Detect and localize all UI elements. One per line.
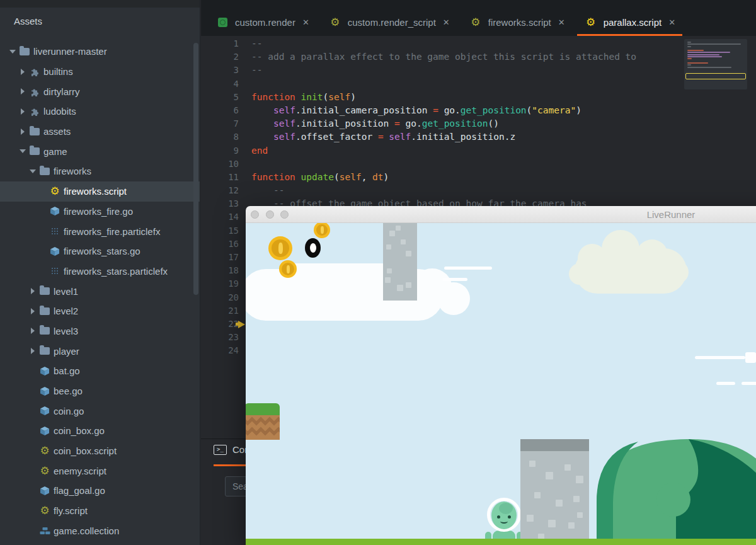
line-number: 8 [201,130,239,144]
gameobject-icon [38,386,52,396]
code-line[interactable]: 3 -- [201,64,756,77]
tree-item-ludobits[interactable]: ludobits [0,101,200,122]
tree-item-label: bee.go [54,386,83,396]
tree-item-level3[interactable]: level3 [0,321,200,341]
tree-item-level1[interactable]: level1 [0,281,200,301]
tree-item-coin-box-script[interactable]: ⚙ coin_box.script [0,441,200,461]
tree-item-label: ludobits [43,106,76,117]
player-character [481,494,525,545]
building [520,439,589,545]
line-number: 20 [201,291,239,304]
tree-item-label: fireworks.script [64,186,127,197]
gameobject-icon [48,246,62,256]
disclosure-arrow-icon[interactable] [28,328,38,334]
disclosure-arrow-icon[interactable] [28,288,38,294]
tab-close-icon[interactable]: ✕ [302,18,309,27]
tab-fireworks-script[interactable]: ⚙ fireworks.script ✕ [459,9,575,36]
tree-item-level2[interactable]: level2 [0,301,200,321]
line-number: 4 [201,77,239,91]
tab-close-icon[interactable]: ✕ [443,18,450,27]
code-line[interactable]: 5 function init(self) [201,91,756,104]
tree-item-label: player [54,346,79,357]
disclosure-arrow-icon[interactable] [18,88,28,95]
tab-close-icon[interactable]: ✕ [668,18,675,27]
code-line[interactable]: 12 -- [201,184,756,197]
disclosure-arrow-icon[interactable] [8,50,18,54]
code-line[interactable]: 2 -- add a parallax effect to the game o… [201,50,756,64]
tree-item-label: coin.go [54,406,84,416]
tree-item-coin-go[interactable]: coin.go [0,401,200,421]
tree-item-enemy-script[interactable]: ⚙ enemy.script [0,461,200,481]
tab-parallax-script[interactable]: ⚙ parallax.script ✕ [575,9,685,36]
sidebar-scrollbar[interactable] [193,43,198,295]
code-line[interactable]: 1 -- [201,37,756,50]
line-number: 10 [201,158,239,171]
line-content: self.initial_camera_position = go.get_po… [239,104,581,117]
script-icon-selected: ⚙ [48,186,62,197]
tree-item-fireworks-fire-particlefx[interactable]: fireworks_fire.particlefx [0,221,200,241]
line-number: 13 [201,197,239,210]
code-line[interactable]: 11 function update(self, dt) [201,171,756,184]
tree-item-builtins[interactable]: builtins [0,62,200,82]
tab-custom-render[interactable]: custom.render ✕ [206,9,319,36]
folder-icon [38,168,52,175]
line-number: 5 [201,91,239,104]
tree-item-fireworks-fire-go[interactable]: fireworks_fire.go [0,202,200,222]
tree-item-dirtylarry[interactable]: dirtylarry [0,81,200,101]
line-number: 6 [201,104,239,117]
tree-item-bee-go[interactable]: bee.go [0,381,200,401]
code-line[interactable]: 6 self.initial_camera_position = go.get_… [201,104,756,117]
folder-icon [38,307,52,315]
line-number: 16 [201,238,239,251]
tab-close-icon[interactable]: ✕ [558,18,565,27]
folder-icon [18,48,32,55]
tree-item-label: bat.go [54,365,80,376]
tree-item-bat-go[interactable]: bat.go [0,361,200,381]
game-canvas[interactable] [246,223,756,545]
tree-item-game-collection[interactable]: game.collection [0,521,200,541]
line-content: -- [239,37,262,50]
code-line[interactable]: 9 end [201,144,756,158]
tree-item-fireworks-stars-go[interactable]: fireworks_stars.go [0,241,200,261]
building [383,223,417,301]
gameobject-icon [38,406,52,416]
tree-item-coin-box-go[interactable]: coin_box.go [0,421,200,441]
particlefx-icon [48,227,62,236]
disclosure-arrow-icon[interactable] [18,108,28,115]
tree-item-fireworks[interactable]: fireworks [0,161,200,181]
tree-item-flag-goal-go[interactable]: flag_goal.go [0,481,200,501]
gameobject-icon [38,366,52,376]
disclosure-arrow-icon[interactable] [28,348,38,354]
disclosure-arrow-icon[interactable] [28,169,38,173]
gameobject-icon [38,426,52,436]
cloud-cream-base [575,248,687,294]
tree-item-player[interactable]: player [0,341,200,361]
tree-item-liverunner-master[interactable]: liverunner-master [0,42,200,62]
code-line[interactable]: 10 [201,158,756,171]
tab-label: fireworks.script [488,17,551,28]
game-window[interactable]: LiveRunner [246,206,756,545]
gameobject-icon [38,486,52,496]
tree-item-game[interactable]: game [0,141,200,161]
folder-icon [28,128,42,135]
platform [246,403,280,440]
game-window-titlebar[interactable]: LiveRunner [246,206,756,223]
line-number: 1 [201,37,239,50]
puzzle-icon [28,86,42,97]
disclosure-arrow-icon[interactable] [18,69,28,75]
disclosure-arrow-icon[interactable] [18,149,28,153]
line-content [239,77,251,91]
disclosure-arrow-icon[interactable] [28,308,38,314]
code-line[interactable]: 4 [201,77,756,91]
tab-custom-render-script[interactable]: ⚙ custom.render_script ✕ [319,9,459,36]
tree-item-label: game.collection [54,525,119,536]
code-line[interactable]: 7 self.initial_position = go.get_positio… [201,117,756,130]
tree-item-assets[interactable]: assets [0,122,200,142]
disclosure-arrow-icon[interactable] [18,129,28,135]
tree-item-fireworks-script[interactable]: ⚙ fireworks.script [0,181,200,202]
tree-item-fly-script[interactable]: ⚙ fly.script [0,501,200,521]
code-line[interactable]: 8 self.offset_factor = self.initial_posi… [201,130,756,144]
puzzle-icon [28,106,42,117]
minimap[interactable] [684,39,747,89]
tree-item-fireworks-stars-particlefx[interactable]: fireworks_stars.particlefx [0,261,200,282]
